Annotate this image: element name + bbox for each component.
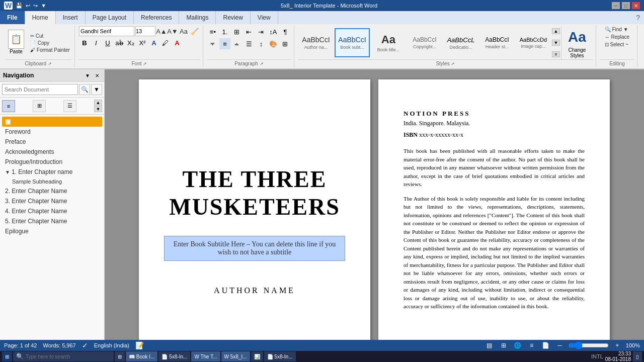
taskbar-word3[interactable]: W 5x8_I... xyxy=(221,351,250,361)
copy-button[interactable]: 📄 Copy xyxy=(29,40,71,46)
select-button[interactable]: ⊡ Select ~ xyxy=(603,41,630,48)
show-desktop-button[interactable]: ▯ xyxy=(633,351,642,361)
zoom-slider[interactable] xyxy=(569,341,609,349)
nav-view-results[interactable]: ☰ xyxy=(63,100,76,112)
track-changes-icon[interactable]: 📝 xyxy=(135,341,144,349)
style-dedication[interactable]: AaBbCcL Dedicatio... xyxy=(443,28,478,57)
view-outline[interactable]: ≡ xyxy=(526,341,537,350)
align-left-button[interactable]: ⫧ xyxy=(207,38,218,49)
tab-mailings[interactable]: Mailings xyxy=(179,11,216,24)
align-center-button[interactable]: ≡ xyxy=(219,38,230,49)
spell-check-icon[interactable]: ✓ xyxy=(82,341,88,349)
minimize-button[interactable]: ─ xyxy=(612,2,620,9)
format-painter-button[interactable]: 🖌 Format Painter xyxy=(29,47,71,53)
decrease-indent-button[interactable]: ⇤ xyxy=(244,26,255,37)
nav-item-prologue[interactable]: Prologue/Introduction xyxy=(2,157,102,167)
tab-insert[interactable]: Insert xyxy=(56,11,86,24)
search-button[interactable]: 🔍 xyxy=(79,84,90,95)
taskbar-search[interactable]: 🔍 xyxy=(13,351,114,361)
nav-item-current[interactable]: ▣ xyxy=(2,117,102,127)
change-case-button[interactable]: Aa xyxy=(179,26,189,36)
underline-button[interactable]: U xyxy=(102,37,113,48)
subscript-button[interactable]: X₂ xyxy=(125,37,136,48)
strikethrough-button[interactable]: ab̶ xyxy=(114,37,125,48)
font-expand[interactable]: ↗ xyxy=(143,61,147,66)
view-full-reading[interactable]: ⊞ xyxy=(498,341,509,350)
justify-button[interactable]: ☰ xyxy=(244,38,255,49)
styles-scroll-down[interactable]: ▼ xyxy=(552,40,560,46)
maximize-button[interactable]: □ xyxy=(622,2,630,9)
tab-review[interactable]: Review xyxy=(216,11,250,24)
nav-item-chapter1[interactable]: ▼1. Enter Chapter name xyxy=(2,167,102,177)
shading-button[interactable]: 🎨 xyxy=(268,38,279,49)
start-button[interactable]: ⊞ xyxy=(2,351,12,361)
view-web-layout[interactable]: 🌐 xyxy=(512,341,523,350)
nav-view-pages[interactable]: ⊞ xyxy=(33,100,46,112)
author-name[interactable]: AUTHOR NAME xyxy=(214,286,295,295)
tab-file[interactable]: File xyxy=(0,11,25,24)
italic-button[interactable]: I xyxy=(91,37,102,48)
font-size-input[interactable] xyxy=(135,26,155,36)
styles-expand-btn[interactable]: ↗ xyxy=(451,61,455,66)
style-book-subtitle[interactable]: AaBbCcI Book subt... xyxy=(335,28,370,57)
taskbar-word2[interactable]: W The T... xyxy=(191,351,220,361)
nav-view-headings[interactable]: ≡ xyxy=(2,100,15,112)
nav-options-button[interactable]: ▼ xyxy=(84,71,92,79)
find-button[interactable]: 🔍 Find ▼ xyxy=(603,26,630,33)
nav-item-chapter4[interactable]: 4. Enter Chapter Name xyxy=(2,206,102,216)
search-input[interactable] xyxy=(2,84,78,95)
style-header[interactable]: AaBbCcI Header st... xyxy=(479,28,515,57)
tab-references[interactable]: References xyxy=(134,11,179,24)
style-author[interactable]: AaBbCcI Author na... xyxy=(298,28,334,57)
font-size-grow-button[interactable]: A▲ xyxy=(156,26,167,36)
taskbar-excel[interactable]: 📊 xyxy=(251,351,263,361)
nav-prev-btn[interactable]: ▲ xyxy=(94,100,102,106)
replace-button[interactable]: ↔ Replace xyxy=(603,34,631,40)
styles-expand[interactable]: ≡ xyxy=(552,51,560,57)
clear-format-button[interactable]: 🧹 xyxy=(190,26,200,36)
zoom-out-button[interactable]: ─ xyxy=(554,341,566,350)
nav-item-epilogue[interactable]: Epilogue xyxy=(2,226,102,236)
tab-view[interactable]: View xyxy=(251,11,278,24)
nav-close-button[interactable]: ✕ xyxy=(93,71,101,79)
nav-item-chapter2[interactable]: 2. Enter Chapter Name xyxy=(2,186,102,196)
change-styles-area[interactable]: Aa Change Styles xyxy=(561,26,593,59)
font-size-shrink-button[interactable]: A▼ xyxy=(168,26,178,36)
search-options-button[interactable]: ▼ xyxy=(91,84,102,95)
taskbar-word1[interactable]: 📄 5x8-In... xyxy=(158,351,190,361)
font-color-button[interactable]: A xyxy=(172,37,183,48)
sort-button[interactable]: ↕A xyxy=(268,26,279,37)
paste-button[interactable]: 📋 Paste xyxy=(5,30,27,56)
text-highlight-button[interactable]: 🖊 xyxy=(160,37,171,48)
taskbar-word4[interactable]: 📄 5x8-In... xyxy=(264,351,296,361)
book-title[interactable]: THE THREE MUSKETEERS xyxy=(169,165,340,221)
taskbar-book-icon[interactable]: 📖 Book I... xyxy=(126,351,157,361)
quick-access-redo[interactable]: ↪ xyxy=(33,3,38,9)
line-spacing-button[interactable]: ↕ xyxy=(256,38,267,49)
quick-access-save[interactable]: 💾 xyxy=(16,3,23,9)
style-image-cap[interactable]: AaBbCcDd Image cap... xyxy=(516,28,551,57)
align-right-button[interactable]: ⫨ xyxy=(231,38,243,49)
nav-next-btn[interactable]: ▼ xyxy=(94,106,102,112)
close-button[interactable]: ✕ xyxy=(632,2,640,9)
cut-button[interactable]: ✂ Cut xyxy=(29,33,71,39)
nav-item-foreword[interactable]: Foreword xyxy=(2,127,102,137)
show-formatting-button[interactable]: ¶ xyxy=(280,26,291,37)
superscript-button[interactable]: X² xyxy=(137,37,148,48)
help-icon[interactable]: ? xyxy=(636,14,640,22)
book-subtitle[interactable]: Enter Book Subtitle Here – You can delet… xyxy=(164,236,345,261)
quick-access-pin[interactable]: ▼ xyxy=(41,3,46,9)
task-view-button[interactable]: ⊞ xyxy=(115,351,125,361)
bullets-button[interactable]: ≡• xyxy=(207,26,218,37)
font-name-input[interactable] xyxy=(79,26,134,36)
taskbar-search-input[interactable] xyxy=(26,354,101,359)
view-print-layout[interactable]: ▤ xyxy=(484,341,495,350)
tab-page-layout[interactable]: Page Layout xyxy=(86,11,134,24)
style-book-title[interactable]: Aa Book title... xyxy=(371,28,406,57)
bold-button[interactable]: B xyxy=(79,37,90,48)
tab-home[interactable]: Home xyxy=(25,11,56,24)
nav-item-acknowledgments[interactable]: Acknowledgments xyxy=(2,147,102,157)
clipboard-expand[interactable]: ↗ xyxy=(48,61,52,66)
borders-button[interactable]: ⊞ xyxy=(280,38,291,49)
nav-item-subheading[interactable]: Sample Subheading xyxy=(2,177,102,186)
